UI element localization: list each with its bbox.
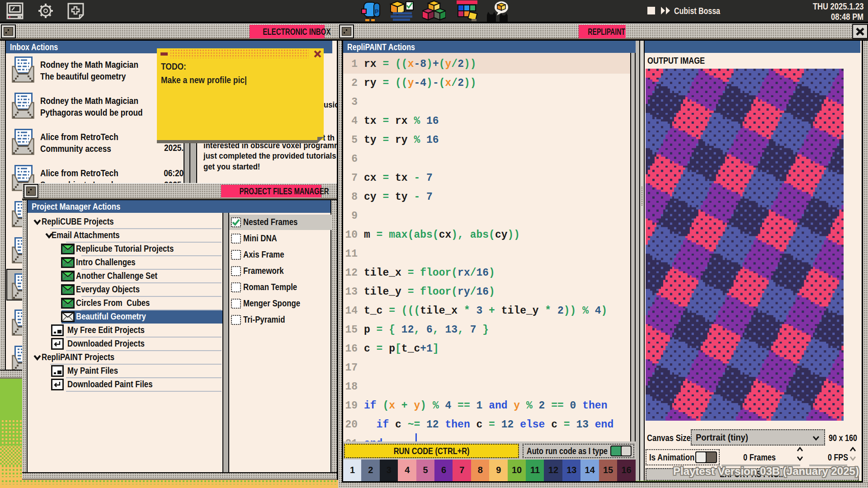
svg-text:P: P [375,8,379,15]
